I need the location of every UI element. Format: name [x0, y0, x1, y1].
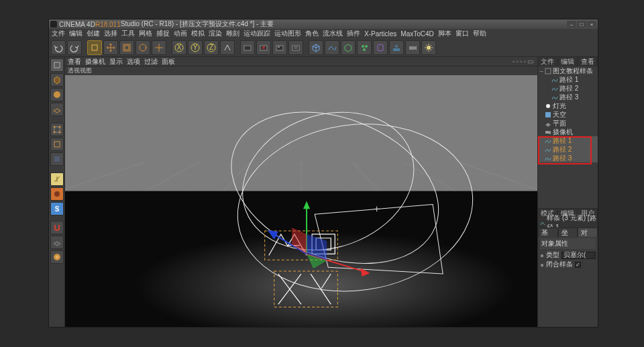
menu-运动图形[interactable]: 运动图形 [274, 29, 301, 38]
svg-point-26 [53, 126, 55, 128]
make-editable-button[interactable] [50, 58, 64, 72]
x-axis-lock-button[interactable]: X [172, 40, 186, 55]
filter-menu[interactable]: 过滤 [144, 57, 158, 66]
svg-point-18 [363, 48, 366, 51]
redo-button[interactable] [67, 40, 82, 55]
menu-脚本[interactable]: 脚本 [438, 29, 451, 38]
undo-button[interactable] [51, 40, 66, 55]
menu-渲染[interactable]: 渲染 [209, 29, 222, 38]
menu-网格[interactable]: 网格 [139, 29, 152, 38]
attr-type-dropdown[interactable]: 贝塞尔( [561, 252, 596, 259]
object-row[interactable]: 路径 3 [538, 93, 598, 101]
object-row[interactable]: 摄像机 [538, 128, 598, 136]
menu-角色[interactable]: 角色 [305, 29, 319, 38]
add-primitive-button[interactable] [309, 40, 323, 55]
select-tool-button[interactable] [87, 40, 102, 55]
workplane-button[interactable] [50, 103, 64, 116]
menu-帮助[interactable]: 帮助 [473, 29, 486, 38]
object-row[interactable]: 路径 1 [538, 75, 598, 84]
svg-point-27 [58, 126, 60, 128]
svg-text:Z: Z [209, 44, 213, 51]
app-icon [50, 21, 57, 28]
svg-rect-0 [92, 45, 97, 50]
svg-point-3 [140, 44, 146, 51]
close-button[interactable]: × [587, 21, 596, 28]
coord-system-button[interactable] [220, 40, 235, 55]
object-row[interactable]: 平面 [538, 119, 598, 128]
title-prefix: CINEMA 4D [59, 21, 95, 28]
add-environment-button[interactable] [389, 40, 404, 55]
attr-tab-object[interactable]: 对象 [578, 228, 598, 237]
svg-rect-10 [244, 46, 251, 50]
recent-tool-button[interactable] [152, 40, 166, 55]
model-mode-button[interactable] [50, 73, 64, 87]
menu-模拟[interactable]: 模拟 [191, 29, 205, 38]
menu-选择[interactable]: 选择 [104, 29, 117, 38]
move-tool-button[interactable] [103, 40, 118, 55]
menu-文件[interactable]: 文件 [52, 29, 65, 38]
add-mograph-button[interactable] [357, 40, 372, 55]
magnet-button[interactable] [50, 221, 64, 234]
attr-tab-basic[interactable]: 基本 [538, 228, 558, 237]
add-spline-button[interactable] [325, 40, 339, 55]
om-tab-view[interactable]: 查看 [578, 57, 598, 66]
object-row[interactable]: 天空 [538, 110, 598, 119]
menu-MaxToC4D[interactable]: MaxToC4D [400, 30, 433, 38]
menu-窗口[interactable]: 窗口 [455, 29, 469, 38]
menu-运动跟踪[interactable]: 运动跟踪 [244, 29, 270, 38]
snap-button[interactable]: S [50, 202, 64, 215]
minimize-button[interactable]: – [567, 21, 576, 28]
maximize-button[interactable]: □ [577, 21, 586, 28]
render-region-button[interactable] [256, 40, 271, 55]
om-tab-file[interactable]: 文件 [538, 57, 558, 66]
polygon-mode-button[interactable] [50, 152, 64, 166]
add-generator-button[interactable] [341, 40, 356, 55]
point-mode-button[interactable] [50, 123, 64, 136]
menu-雕刻[interactable]: 雕刻 [226, 29, 239, 38]
viewport-nav-icons[interactable]: ◦◦◦◦▭ [513, 58, 535, 65]
edge-mode-button[interactable] [50, 138, 64, 151]
rotate-tool-button[interactable] [136, 40, 150, 55]
texture-mode-button[interactable] [50, 88, 64, 101]
add-camera-button[interactable] [405, 40, 420, 55]
scale-tool-button[interactable] [119, 40, 134, 55]
view-menu[interactable]: 查看 [68, 57, 81, 66]
attr-body: 对象属性 ● 类型 贝塞尔( ● 闭合样条 ✓ [538, 237, 598, 327]
camera-menu[interactable]: 摄像机 [85, 57, 105, 66]
object-row[interactable]: 路径 2 [538, 145, 598, 154]
soft-select-button[interactable] [50, 250, 64, 264]
menu-流水线[interactable]: 流水线 [323, 29, 343, 38]
attr-tab-coord[interactable]: 坐标 [558, 228, 578, 237]
menu-创建[interactable]: 创建 [87, 29, 100, 38]
z-axis-lock-button[interactable]: Z [204, 40, 219, 55]
render-settings-button[interactable] [288, 40, 303, 55]
render-view-button[interactable] [240, 40, 255, 55]
toggle-axis-button[interactable] [50, 187, 64, 201]
svg-text:Y: Y [193, 44, 198, 51]
om-tab-edit[interactable]: 编辑 [558, 57, 578, 66]
menu-捕捉[interactable]: 捕捉 [156, 29, 170, 38]
menu-X-Particles[interactable]: X-Particles [364, 30, 396, 38]
add-light-button[interactable] [421, 40, 436, 55]
menu-工具[interactable]: 工具 [121, 29, 135, 38]
display-menu[interactable]: 显示 [109, 57, 123, 66]
workplane-snap-button[interactable] [50, 236, 64, 249]
panel-menu[interactable]: 面板 [162, 57, 175, 66]
menu-动画[interactable]: 动画 [174, 29, 187, 38]
menu-插件[interactable]: 插件 [347, 29, 360, 38]
object-row[interactable]: 路径 2 [538, 84, 598, 93]
object-row[interactable]: 路径 3 [538, 154, 598, 162]
render-pv-button[interactable] [272, 40, 287, 55]
object-row[interactable]: –图文教程样条 [538, 66, 598, 75]
add-deformer-button[interactable] [373, 40, 388, 55]
y-axis-lock-button[interactable]: Y [188, 40, 203, 55]
viewport[interactable] [65, 75, 537, 327]
menu-编辑[interactable]: 编辑 [69, 29, 83, 38]
attr-close-checkbox[interactable]: ✓ [575, 262, 581, 268]
axis-button[interactable] [50, 172, 64, 186]
object-row[interactable]: 灯光 [538, 101, 598, 110]
svg-rect-14 [278, 46, 280, 48]
object-row[interactable]: 路径 1 [538, 136, 598, 145]
object-manager[interactable]: –图文教程样条路径 1路径 2路径 3灯光天空平面摄像机路径 1路径 2路径 3 [538, 66, 598, 208]
options-menu[interactable]: 选项 [127, 57, 140, 66]
